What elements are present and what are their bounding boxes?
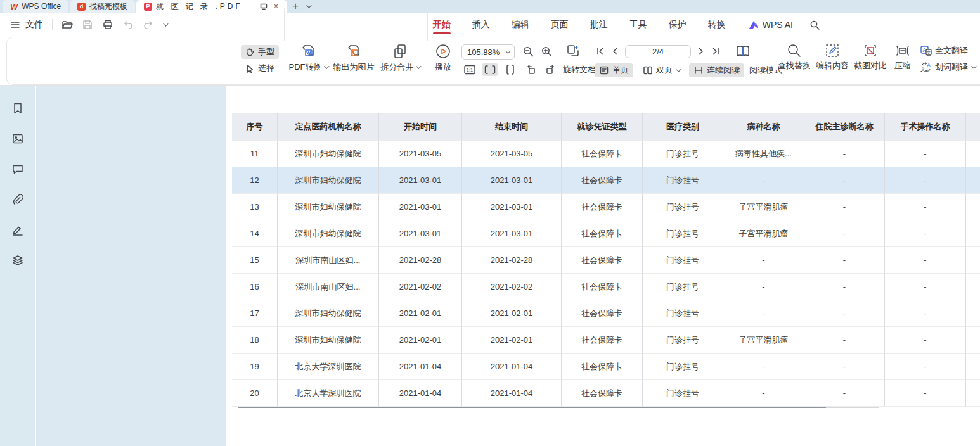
undo-icon[interactable] <box>122 19 134 30</box>
search-icon[interactable] <box>809 20 820 30</box>
zoom-level-select[interactable]: 105.88% <box>461 44 515 60</box>
rotate-doc-label[interactable]: 旋转文档 <box>563 64 596 75</box>
find-replace-button[interactable]: 查找替换 <box>776 43 813 72</box>
table-cell-cut <box>966 220 980 247</box>
first-page-button[interactable] <box>596 47 605 56</box>
fit-page-button[interactable] <box>482 63 498 76</box>
continuous-read-button[interactable]: 连续阅读 <box>689 63 744 77</box>
ribbon-tab-插入[interactable]: 插入 <box>471 14 491 35</box>
rotate-right-icon <box>545 65 557 75</box>
tab-wps-office[interactable]: W WPS Office <box>3 0 68 13</box>
full-translate-button[interactable]: A文 全文翻译 <box>920 45 975 56</box>
play-button[interactable]: 播放 <box>429 43 458 73</box>
previous-page-button[interactable] <box>611 47 619 56</box>
table-cell: 深圳市南山区妇... <box>278 247 379 274</box>
table-cell: - <box>885 167 966 194</box>
ribbon-tab-转换[interactable]: 转换 <box>707 14 727 35</box>
signature-icon[interactable] <box>9 221 27 239</box>
bookmark-icon[interactable] <box>9 99 27 117</box>
tab-label: 找稿壳模板 <box>89 1 127 12</box>
table-cell: - <box>885 220 966 247</box>
table-cell: 16 <box>232 274 278 300</box>
table-cell: - <box>804 300 885 327</box>
table-cell: - <box>804 354 885 380</box>
ribbon-tab-页面[interactable]: 页面 <box>550 14 570 35</box>
word-translate-button[interactable]: 文A 划词翻译 <box>920 61 975 73</box>
zoom-out-icon <box>522 46 534 58</box>
actual-size-button[interactable]: 1:1 <box>461 63 478 76</box>
tab-close-icon[interactable]: × <box>273 2 280 11</box>
screenshot-compare-icon <box>863 43 878 58</box>
print-icon[interactable] <box>102 19 113 30</box>
table-cell: 深圳市妇幼保健院 <box>278 300 379 327</box>
zoom-in-button[interactable] <box>541 46 553 58</box>
save-icon[interactable] <box>82 19 93 30</box>
table-cell: 17 <box>232 300 278 327</box>
table-cell: 2021-03-01 <box>462 220 562 247</box>
wps-ai-icon <box>749 20 759 29</box>
select-tool-button[interactable]: 选择 <box>241 61 279 75</box>
image-icon[interactable] <box>9 130 27 148</box>
page-number-input[interactable]: 2/4 <box>625 45 691 58</box>
table-cell: 19 <box>232 354 278 380</box>
open-file-icon[interactable] <box>61 19 73 30</box>
file-menu[interactable]: 文件 <box>25 19 43 30</box>
split-merge-button[interactable]: 拆分合并 <box>379 43 421 73</box>
layers-icon[interactable] <box>9 252 27 269</box>
column-header: 医疗类别 <box>643 113 723 141</box>
tab-list-chevron-icon[interactable] <box>302 0 314 13</box>
svg-text:1:1: 1:1 <box>467 67 473 73</box>
redo-icon[interactable] <box>143 19 154 30</box>
rotate-right-button[interactable] <box>543 63 559 76</box>
ribbon-tab-批注[interactable]: 批注 <box>589 14 609 35</box>
ribbon-tab-工具[interactable]: 工具 <box>628 14 648 35</box>
table-cell: 2021-03-01 <box>462 194 562 220</box>
hand-tool-button[interactable]: 手型 <box>241 45 279 59</box>
table-cell: 2021-03-01 <box>379 220 462 247</box>
comment-icon[interactable] <box>9 160 27 178</box>
attachment-icon[interactable] <box>9 191 27 208</box>
undo-redo-chevron-icon[interactable] <box>163 23 167 27</box>
table-cell: 2021-03-05 <box>379 141 462 167</box>
column-header: 序号 <box>232 113 278 141</box>
table-cell: - <box>723 274 804 300</box>
double-page-button[interactable]: 双页 <box>638 63 684 77</box>
table-cell: 2021-03-01 <box>462 167 562 194</box>
cast-icon[interactable] <box>259 3 269 10</box>
tab-docer-template[interactable]: d 找稿壳模板 <box>70 0 135 13</box>
ribbon-tab-编辑[interactable]: 编辑 <box>510 14 531 35</box>
rotate-left-icon <box>525 65 536 75</box>
table-cell: 2021-02-01 <box>379 327 462 354</box>
export-image-button[interactable]: 输出为图片 <box>331 43 377 73</box>
double-page-icon <box>643 65 653 75</box>
rotate-pages-button[interactable] <box>565 43 581 58</box>
main-menu-icon[interactable] <box>10 20 20 30</box>
tab-label: 就 医 记 录 .PDF <box>156 1 255 12</box>
table-cell: 门诊挂号 <box>643 167 723 194</box>
column-header: 就诊凭证类型 <box>562 113 643 141</box>
ribbon-tab-开始[interactable]: 开始 <box>432 14 452 35</box>
compress-button[interactable]: 压缩 <box>890 43 915 72</box>
tab-bar: W WPS Office d 找稿壳模板 P 就 医 记 录 .PDF × + <box>0 0 980 13</box>
table-cell: 子宫平滑肌瘤 <box>723 220 804 247</box>
next-page-button[interactable] <box>697 47 705 56</box>
fit-width-button[interactable] <box>502 63 519 76</box>
last-page-button[interactable] <box>711 47 720 56</box>
table-cell: - <box>885 327 966 354</box>
read-mode-icon[interactable] <box>735 44 751 58</box>
pdf-convert-button[interactable]: PDF转换 <box>287 43 330 73</box>
table-cell: - <box>804 167 885 194</box>
new-tab-button[interactable]: + <box>288 0 302 13</box>
zoom-out-button[interactable] <box>522 46 534 58</box>
table-cell: 社会保障卡 <box>562 194 643 220</box>
ribbon-tab-保护[interactable]: 保护 <box>667 14 688 35</box>
edit-content-button[interactable]: 编辑内容 <box>814 43 851 72</box>
rotate-left-button[interactable] <box>522 63 539 76</box>
single-page-button[interactable]: 单页 <box>595 63 633 77</box>
table-cell-cut <box>966 247 980 274</box>
column-header-cut <box>966 113 980 141</box>
table-cell: - <box>885 300 966 327</box>
screenshot-compare-button[interactable]: 截图对比 <box>852 43 889 72</box>
table-cell: 2021-02-01 <box>379 300 462 327</box>
tab-medical-record-pdf[interactable]: P 就 医 记 录 .PDF × <box>136 0 287 13</box>
